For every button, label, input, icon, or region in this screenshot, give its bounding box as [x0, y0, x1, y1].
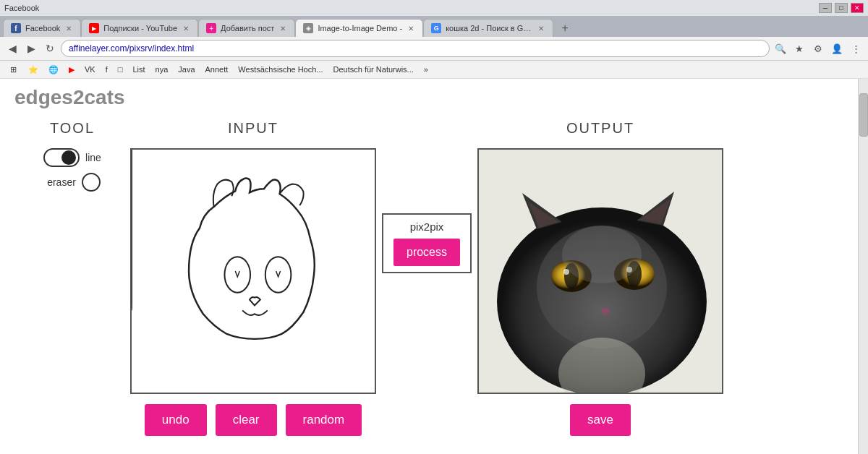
- bookmark-annett[interactable]: Annett: [202, 64, 232, 75]
- save-button[interactable]: save: [570, 404, 631, 436]
- tool-title: TOOL: [50, 120, 95, 137]
- svg-point-21: [562, 226, 642, 283]
- eraser-tool-option[interactable]: eraser: [47, 173, 101, 192]
- user-icon[interactable]: 👤: [829, 40, 845, 56]
- process-section: → pix2pix process →: [376, 120, 477, 366]
- cat-drawing-svg: [132, 150, 375, 393]
- process-with-arrows: → pix2pix process →: [357, 213, 496, 273]
- address-bar[interactable]: [61, 40, 770, 57]
- forward-button[interactable]: ▶: [23, 40, 39, 56]
- tab-youtube-close[interactable]: ✕: [182, 25, 190, 33]
- input-title: INPUT: [228, 120, 278, 137]
- line-radio-dot: [61, 150, 76, 165]
- demo-favicon: ◈: [303, 23, 313, 33]
- eraser-radio[interactable]: [82, 173, 101, 192]
- tab-addpost-title: Добавить пост: [221, 24, 274, 33]
- process-box: pix2pix process: [382, 213, 472, 273]
- svg-point-1: [265, 257, 292, 292]
- main-layout: TOOL line eraser INPUT: [0, 113, 868, 443]
- title-bar: Facebook ─ □ ✕: [0, 0, 868, 16]
- random-button[interactable]: random: [286, 404, 362, 436]
- tab-demo-close[interactable]: ✕: [407, 25, 415, 33]
- addpost-favicon: +: [206, 23, 216, 33]
- eraser-tool-label: eraser: [47, 176, 76, 188]
- browser-chrome: Facebook ─ □ ✕ f Facebook ✕ ▶ Подписки -…: [0, 0, 868, 79]
- bookmark-deutsch[interactable]: Deutsch für Naturwis...: [330, 64, 417, 75]
- bookmark-box[interactable]: □: [114, 64, 127, 75]
- tab-google-title: кошка 2d - Поиск в Goo...: [446, 24, 532, 33]
- clear-button[interactable]: clear: [216, 404, 277, 436]
- bookmark-web[interactable]: 🌐: [45, 64, 62, 76]
- google-favicon: G: [431, 23, 441, 33]
- line-tool-label: line: [85, 152, 101, 163]
- undo-button[interactable]: undo: [145, 404, 207, 436]
- tab-bar: f Facebook ✕ ▶ Подписки - YouTube ✕ + До…: [0, 16, 868, 37]
- close-button[interactable]: ✕: [851, 3, 864, 13]
- tab-facebook-close[interactable]: ✕: [64, 25, 73, 33]
- process-button[interactable]: process: [393, 239, 460, 266]
- output-image-svg: [479, 150, 723, 394]
- output-section: OUTPUT: [477, 120, 723, 436]
- bookmark-star[interactable]: ⭐: [25, 64, 42, 76]
- tab-demo-title: Image-to-Image Demo -: [318, 24, 402, 33]
- line-radio[interactable]: [43, 148, 80, 167]
- input-buttons-row: undo clear random: [145, 404, 362, 436]
- nav-bar: ◀ ▶ ↻ 🔍 ★ ⚙ 👤 ⋮: [0, 37, 868, 61]
- scrollbar[interactable]: [858, 79, 868, 454]
- new-tab-button[interactable]: +: [556, 20, 574, 37]
- page-content: edges2cats TOOL line eraser INPUT: [0, 79, 868, 454]
- bookmark-vk[interactable]: VK: [81, 64, 99, 75]
- scrollbar-thumb[interactable]: [859, 93, 868, 137]
- tab-google-close[interactable]: ✕: [537, 25, 545, 33]
- tab-youtube-title: Подписки - YouTube: [103, 24, 177, 33]
- extensions-icon[interactable]: ⚙: [810, 40, 826, 56]
- drawing-canvas[interactable]: [130, 148, 376, 394]
- tab-facebook-title: Facebook: [25, 24, 60, 33]
- line-tool-option[interactable]: line: [43, 148, 101, 167]
- reload-button[interactable]: ↻: [42, 40, 58, 56]
- back-button[interactable]: ◀: [4, 40, 20, 56]
- bookmark-more[interactable]: »: [420, 64, 432, 75]
- tab-youtube[interactable]: ▶ Подписки - YouTube ✕: [81, 19, 198, 37]
- process-box-title: pix2pix: [393, 220, 460, 233]
- bookmark-list[interactable]: List: [129, 64, 148, 75]
- bookmark-java[interactable]: Java: [174, 64, 198, 75]
- bookmarks-bar: ⊞ ⭐ 🌐 ▶ VK f □ List nya Java Annett West…: [0, 61, 868, 79]
- apps-icon: ⊞: [8, 64, 18, 74]
- bookmark-icon[interactable]: ★: [791, 40, 807, 56]
- menu-icon[interactable]: ⋮: [848, 40, 864, 56]
- bookmark-youtube[interactable]: ▶: [65, 64, 78, 76]
- tab-facebook[interactable]: f Facebook ✕: [3, 19, 81, 37]
- bookmark-nya[interactable]: nya: [152, 64, 172, 75]
- tool-section: TOOL line eraser: [14, 120, 130, 197]
- svg-point-0: [224, 257, 250, 292]
- facebook-favicon: f: [11, 23, 21, 33]
- output-title: OUTPUT: [566, 120, 634, 137]
- output-buttons-row: save: [570, 404, 631, 436]
- window-controls: ─ □ ✕: [819, 3, 864, 13]
- bookmark-apps[interactable]: ⊞: [4, 63, 22, 76]
- site-logo: edges2cats: [0, 79, 868, 113]
- bookmark-f[interactable]: f: [102, 64, 111, 75]
- youtube-favicon: ▶: [89, 23, 99, 33]
- minimize-button[interactable]: ─: [819, 3, 832, 13]
- tab-google[interactable]: G кошка 2d - Поиск в Goo... ✕: [423, 19, 553, 37]
- tab-addpost[interactable]: + Добавить пост ✕: [198, 19, 295, 37]
- maximize-button[interactable]: □: [835, 3, 848, 13]
- window-title: Facebook: [4, 4, 39, 12]
- nav-icons: 🔍 ★ ⚙ 👤 ⋮: [773, 40, 864, 56]
- input-section: INPUT: [130, 120, 376, 436]
- output-canvas: [477, 148, 723, 394]
- tab-demo[interactable]: ◈ Image-to-Image Demo - ✕: [295, 19, 423, 37]
- search-icon[interactable]: 🔍: [773, 40, 788, 56]
- tab-addpost-close[interactable]: ✕: [278, 25, 287, 33]
- bookmark-saechsische[interactable]: Westsächsische Hoch...: [234, 64, 326, 75]
